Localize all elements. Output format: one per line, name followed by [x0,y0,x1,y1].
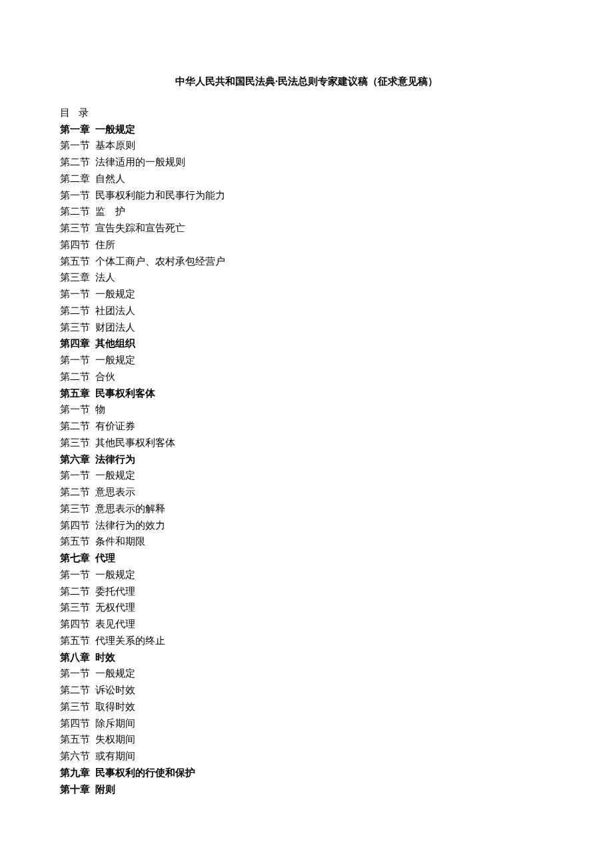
toc-entry: 第五节 个体工商户、农村承包经营户 [60,253,553,270]
toc-entry: 第二节 意思表示 [60,484,553,501]
toc-entry: 第一节 一般规定 [60,567,553,583]
toc-entry: 第二节 诉讼时效 [60,682,553,699]
toc-entry: 第二节 监 护 [60,203,553,220]
toc-entry: 第三节 无权代理 [60,599,553,616]
toc-entry: 第一节 一般规定 [60,467,553,484]
toc-entry: 第三章 法人 [60,269,553,286]
toc-entry: 第一章 一般规定 [60,121,553,138]
toc-entry: 第四节 表见代理 [60,616,553,633]
toc-entry: 第四节 住所 [60,237,553,253]
toc-entry: 第五节 条件和期限 [60,533,553,550]
toc-entry: 第四节 除斥期间 [60,715,553,732]
toc-entry: 第五章 民事权利客体 [60,385,553,402]
toc-entry: 第三节 财团法人 [60,319,553,336]
toc-entry: 第一节 一般规定 [60,352,553,369]
toc-entry: 第七章 代理 [60,550,553,567]
toc-entry: 第二章 自然人 [60,171,553,187]
toc-entry: 第一节 民事权利能力和民事行为能力 [60,187,553,204]
toc-entry: 第六节 或有期间 [60,748,553,765]
toc-entry: 第二节 委托代理 [60,583,553,600]
toc-entry: 第二节 社团法人 [60,303,553,319]
toc-entry: 第二节 合伙 [60,369,553,385]
toc-entry: 第六章 法律行为 [60,451,553,468]
document-title: 中华人民共和国民法典·民法总则专家建议稿（征求意见稿） [60,73,553,90]
toc-entry: 第一节 一般规定 [60,286,553,303]
toc-entry: 第二节 有价证券 [60,418,553,435]
toc-entry: 第二节 法律适用的一般规则 [60,154,553,171]
toc-entry: 第一节 一般规定 [60,665,553,682]
toc-entry: 第三节 其他民事权利客体 [60,435,553,451]
toc-entry: 第五节 代理关系的终止 [60,633,553,649]
toc-entry: 第十章 附则 [60,781,553,798]
toc-entry: 第八章 时效 [60,649,553,666]
toc-entry: 第三节 取得时效 [60,699,553,715]
toc-entry: 第四章 其他组织 [60,335,553,352]
toc-entry: 第九章 民事权利的行使和保护 [60,765,553,781]
toc-entry: 第三节 宣告失踪和宣告死亡 [60,220,553,237]
toc-label: 目 录 [60,105,553,121]
toc-entry: 第四节 法律行为的效力 [60,517,553,534]
toc-entry: 第五节 失权期间 [60,731,553,748]
toc-entry: 第三节 意思表示的解释 [60,501,553,517]
toc-list: 第一章 一般规定第一节 基本原则第二节 法律适用的一般规则第二章 自然人第一节 … [60,121,553,798]
toc-entry: 第一节 基本原则 [60,137,553,154]
toc-entry: 第一节 物 [60,401,553,418]
